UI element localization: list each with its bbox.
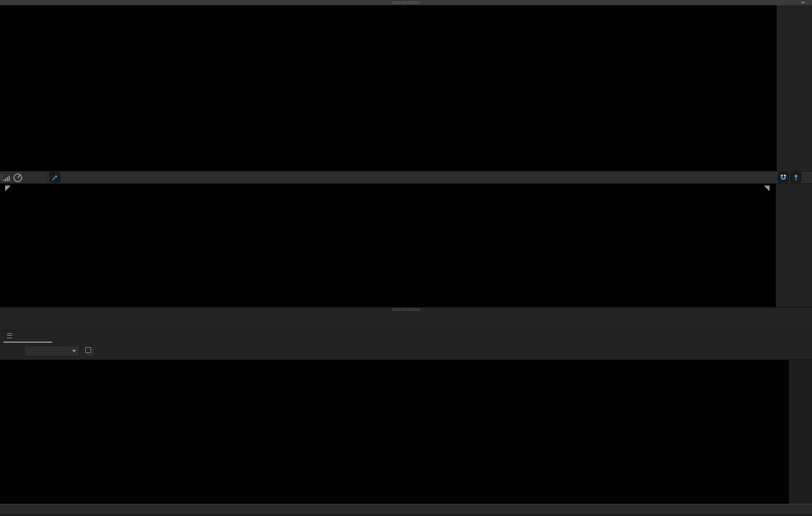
chart-frequency-axis[interactable] xyxy=(0,504,812,514)
panel-menu-caret-icon[interactable] xyxy=(801,2,805,4)
spectrogram-frequency-scale[interactable] xyxy=(776,5,812,171)
time-ruler[interactable] xyxy=(0,171,776,184)
timeline-ruler-row xyxy=(0,171,812,184)
waveform-display[interactable] xyxy=(0,184,776,307)
snapping-toggle-button[interactable] xyxy=(778,172,789,183)
panel-tabs-row xyxy=(0,330,812,344)
scale-select[interactable] xyxy=(24,346,80,356)
waveform-corner-grabber-right[interactable] xyxy=(764,186,770,191)
copy-graph-button[interactable] xyxy=(85,347,94,356)
transport-bar xyxy=(0,307,812,330)
active-tab-underline xyxy=(3,342,52,343)
spectrogram-display[interactable] xyxy=(0,5,776,171)
tab-frequency-analysis[interactable] xyxy=(3,333,12,338)
analysis-controls-row xyxy=(0,344,812,360)
marker-icon xyxy=(793,174,799,181)
bottom-strip xyxy=(0,514,812,516)
waveform-db-scale[interactable] xyxy=(776,184,812,307)
chevron-down-icon xyxy=(72,350,76,352)
panel-menu-icon[interactable] xyxy=(7,333,12,338)
audition-window xyxy=(0,0,812,516)
drag-handle-icon[interactable] xyxy=(392,1,420,4)
drag-handle-icon[interactable] xyxy=(392,308,420,311)
add-marker-button[interactable] xyxy=(790,172,801,183)
chart-db-axis[interactable] xyxy=(789,360,812,504)
magnet-icon xyxy=(780,174,787,181)
frequency-analysis-chart[interactable] xyxy=(0,360,789,504)
waveform-corner-grabber-left[interactable] xyxy=(5,186,11,191)
